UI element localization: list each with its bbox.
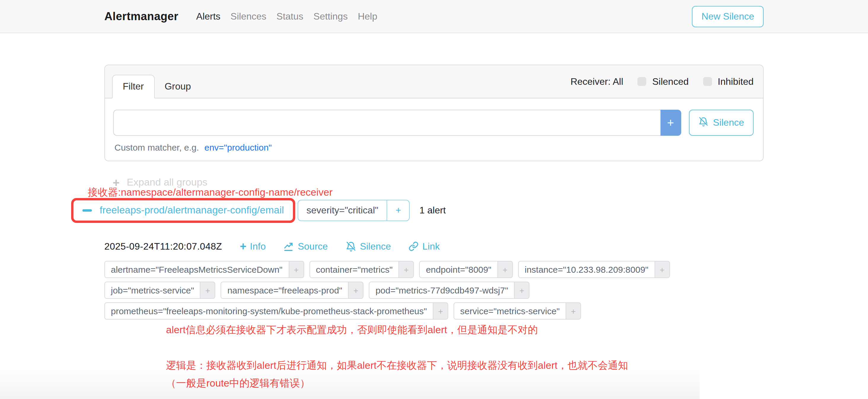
silenced-checkbox-label: Silenced — [652, 76, 689, 87]
alert-timestamp: 2025-09-24T11:20:07.048Z — [104, 241, 222, 252]
label-add-filter-button[interactable]: + — [200, 282, 216, 299]
link-icon — [409, 241, 419, 251]
label-tag-prometheus: prometheus="freeleaps-monitoring-system/… — [104, 302, 448, 319]
group-collapse-button[interactable]: freeleaps-prod/alertmanager-config/email — [81, 202, 285, 219]
label-tag-container: container="metrics" + — [309, 261, 414, 278]
group-matcher-add-button[interactable]: + — [386, 200, 410, 221]
filter-options: Receiver: All Silenced Inhibited — [570, 76, 753, 87]
silence-filter-button[interactable]: Silence — [689, 110, 753, 136]
minus-icon — [83, 209, 92, 212]
label-tag-endpoint: endpoint="8009" + — [420, 261, 513, 278]
label-tag-instance: instance="10.233.98.209:8009" + — [518, 261, 670, 278]
new-silence-button[interactable]: New Silence — [692, 6, 764, 27]
label-row: job="metrics-service" + namespace="freel… — [104, 282, 764, 299]
app-title: Alertmanager — [104, 10, 179, 23]
label-tag-service: service="metrics-service" + — [454, 302, 581, 319]
label-add-filter-button[interactable]: + — [497, 261, 513, 278]
alert-groups-area: + Expand all groups 接收器:namespace/alterm… — [104, 161, 764, 393]
tab-group[interactable]: Group — [154, 75, 201, 98]
nav-item-settings[interactable]: Settings — [313, 11, 348, 22]
label-tag-text: prometheus="freeleaps-monitoring-system/… — [104, 302, 433, 319]
add-matcher-button[interactable]: + — [660, 110, 681, 136]
alert-count: 1 alert — [420, 205, 446, 216]
top-navbar: Alertmanager Alerts Silences Status Sett… — [0, 0, 868, 33]
matcher-helper-text: Custom matcher, e.g. — [115, 142, 199, 152]
bell-slash-icon — [346, 241, 356, 252]
label-add-filter-button[interactable]: + — [288, 261, 304, 278]
label-tag-text: job="metrics-service" — [104, 282, 201, 299]
nav-item-status[interactable]: Status — [277, 11, 304, 22]
main-nav: Alerts Silences Status Settings Help — [196, 11, 377, 22]
label-tag-text: endpoint="8009" — [420, 261, 498, 278]
label-tag-text: pod="metrics-77d9cdb497-wdsj7" — [369, 282, 515, 299]
label-tag-namespace: namespace="freeleaps-prod" + — [221, 282, 364, 299]
matcher-input[interactable] — [113, 110, 660, 136]
nav-item-alerts[interactable]: Alerts — [196, 11, 221, 22]
inhibited-checkbox-group[interactable]: Inhibited — [703, 76, 753, 87]
label-tag-text: instance="10.233.98.209:8009" — [518, 261, 655, 278]
silenced-checkbox-group[interactable]: Silenced — [638, 76, 689, 87]
alert-row-header: 2025-09-24T11:20:07.048Z + Info Source — [104, 241, 764, 252]
alert-labels: alertname="FreeleapsMetricsServiceDown" … — [104, 261, 764, 319]
alertmanager-page: Alertmanager Alerts Silences Status Sett… — [0, 0, 868, 399]
alert-silence-label: Silence — [360, 241, 391, 252]
alert-source-label: Source — [298, 241, 328, 252]
filter-panel-header: Filter Group Receiver: All Silenced Inhi… — [105, 65, 763, 98]
label-add-filter-button[interactable]: + — [566, 302, 581, 319]
main-content: Filter Group Receiver: All Silenced Inhi… — [104, 65, 764, 393]
label-add-filter-button[interactable]: + — [398, 261, 414, 278]
alert-link-label: Link — [423, 241, 440, 252]
alert-info-label: Info — [250, 241, 266, 252]
label-add-filter-button[interactable]: + — [348, 282, 364, 299]
red-highlight-box: freeleaps-prod/alertmanager-config/email — [71, 198, 295, 223]
group-matcher-tag: severity="critical" + — [298, 200, 410, 221]
filter-panel: Filter Group Receiver: All Silenced Inhi… — [104, 65, 764, 161]
alert-config-annotation: alert信息必须在接收器下才表示配置成功，否则即使能看到alert，但是通知是… — [166, 323, 764, 337]
label-tag-alertname: alertname="FreeleapsMetricsServiceDown" … — [104, 261, 304, 278]
logic-annotation-line1: 逻辑是：接收器收到alert后进行通知，如果alert不在接收器下，说明接收器没… — [166, 357, 764, 375]
receiver-filter[interactable]: Receiver: All — [570, 76, 623, 87]
silenced-checkbox[interactable] — [638, 77, 646, 86]
alert-silence-link[interactable]: Silence — [346, 241, 391, 252]
label-row: prometheus="freeleaps-monitoring-system/… — [104, 302, 764, 319]
label-tag-job: job="metrics-service" + — [104, 282, 216, 299]
group-receiver-name: freeleaps-prod/alertmanager-config/email — [100, 205, 284, 216]
tab-filter[interactable]: Filter — [112, 75, 154, 98]
matcher-helper: Custom matcher, e.g. env="production" — [113, 142, 753, 152]
label-add-filter-button[interactable]: + — [514, 282, 529, 299]
bell-slash-icon — [698, 117, 708, 129]
receiver-annotation: 接收器:namespace/altermanager-config-name/r… — [88, 186, 333, 199]
label-tag-text: alertname="FreeleapsMetricsServiceDown" — [104, 261, 289, 278]
alert-link-link[interactable]: Link — [409, 241, 440, 252]
alert-info-link[interactable]: + Info — [240, 241, 266, 252]
nav-item-help[interactable]: Help — [358, 11, 377, 22]
label-tag-pod: pod="metrics-77d9cdb497-wdsj7" + — [369, 282, 530, 299]
logic-annotation-line2: （一般是route中的逻辑有错误） — [166, 375, 764, 393]
inhibited-checkbox-label: Inhibited — [718, 76, 753, 87]
group-matcher-label: severity="critical" — [298, 200, 386, 221]
nav-item-silences[interactable]: Silences — [230, 11, 267, 22]
inhibited-checkbox[interactable] — [703, 77, 712, 86]
alert-source-link[interactable]: Source — [283, 241, 328, 252]
logic-annotation: 逻辑是：接收器收到alert后进行通知，如果alert不在接收器下，说明接收器没… — [166, 357, 764, 393]
chart-line-icon — [283, 241, 294, 252]
label-row: alertname="FreeleapsMetricsServiceDown" … — [104, 261, 764, 278]
label-tag-text: service="metrics-service" — [454, 302, 566, 319]
silence-filter-button-label: Silence — [713, 117, 744, 128]
label-add-filter-button[interactable]: + — [654, 261, 670, 278]
filter-tabs: Filter Group — [112, 65, 201, 98]
plus-icon: + — [240, 241, 246, 252]
label-tag-text: namespace="freeleaps-prod" — [221, 282, 349, 299]
alert-group-row: freeleaps-prod/alertmanager-config/email… — [71, 198, 764, 223]
label-tag-text: container="metrics" — [309, 261, 399, 278]
matcher-example-link[interactable]: env="production" — [204, 142, 272, 152]
label-add-filter-button[interactable]: + — [433, 302, 448, 319]
filter-panel-body: + Silence Cust — [105, 98, 763, 161]
